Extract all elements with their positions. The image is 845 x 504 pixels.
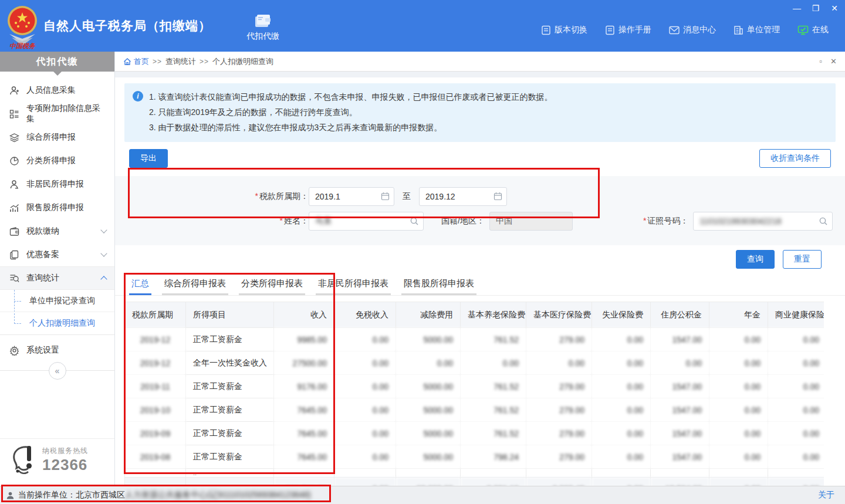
sidebar-subitem-personal-withholding-query[interactable]: 个人扣缴明细查询	[0, 312, 114, 334]
table-cell	[651, 469, 709, 478]
table-row[interactable]: 2019-09正常工资薪金7645.000.005000.00761.52279…	[125, 422, 824, 445]
table-row[interactable]: 2019-12正常工资薪金9985.000.005000.00761.52279…	[125, 328, 824, 351]
collapse-query-button[interactable]: 收折查询条件	[759, 149, 831, 168]
sidebar-item-query-statistics[interactable]: 查询统计	[0, 266, 114, 290]
table-cell: 0.00	[709, 478, 768, 486]
pie-chart-icon	[9, 156, 19, 166]
export-button[interactable]: 导出	[129, 149, 168, 168]
panel-close-icon[interactable]: ✕	[830, 57, 837, 66]
sidebar-item-label: 系统设置	[26, 345, 59, 356]
tab-nonresident-income[interactable]: 非居民所得申报表	[316, 275, 391, 295]
table-scroll-area: 税款所属期所得项目收入免税收入减除费用基本养老保险费基本医疗保险费失业保险费住房…	[124, 302, 824, 486]
search-icon[interactable]	[819, 217, 828, 226]
panel-maximize-icon[interactable]: ▫	[819, 57, 822, 66]
sidebar-item-tax-payment[interactable]: 税款缴纳	[0, 219, 114, 243]
table-row[interactable]: 2019-11正常工资薪金9176.000.005000.00761.52279…	[125, 375, 824, 398]
column-header: 收入	[274, 302, 334, 328]
table-total-row[interactable]: ----161,741.000.0060,000.008,991.162,960…	[125, 478, 824, 486]
sidebar-item-label: 优惠备案	[26, 249, 59, 260]
table-cell: 0.00	[768, 445, 824, 469]
about-link[interactable]: 关于	[818, 490, 834, 500]
column-header: 失业保险费	[592, 302, 651, 328]
name-input[interactable]: 马某	[309, 212, 424, 231]
sidebar-item-preferential-filing[interactable]: 优惠备案	[0, 243, 114, 266]
minimize-button[interactable]: —	[792, 4, 802, 13]
window-controls: — ❐ ✕	[792, 4, 839, 13]
sidebar-item-label: 非居民所得申报	[26, 179, 84, 190]
withholding-detail-table: 税款所属期所得项目收入免税收入减除费用基本养老保险费基本医疗保险费失业保险费住房…	[124, 302, 824, 486]
tab-summary[interactable]: 汇总	[129, 275, 151, 295]
reset-button[interactable]: 重置	[783, 250, 822, 269]
tab-restricted-stock[interactable]: 限售股所得申报表	[401, 275, 476, 295]
id-number-value: 110102199303042218	[699, 217, 781, 226]
table-cell: 1547.00	[651, 445, 709, 469]
sidebar-item-comprehensive-income[interactable]: 综合所得申报	[0, 126, 114, 149]
sidebar-header: 代扣代缴	[0, 52, 114, 72]
sidebar-item-system-settings[interactable]: 系统设置	[0, 339, 114, 362]
table-cell: 0.00	[709, 398, 768, 422]
table-cell: 7645.00	[274, 422, 334, 445]
breadcrumb-item-current-page: 个人扣缴明细查询	[212, 56, 273, 67]
breadcrumb-item-query-statistics[interactable]: 查询统计	[165, 56, 196, 67]
sidebar-collapse-button[interactable]: «	[49, 362, 66, 380]
search-icon[interactable]	[410, 217, 419, 226]
table-cell: 0.00	[709, 375, 768, 398]
page-body: i 1. 该查询统计表仅能查询已申报成功的数据，不包含未申报、申报失败，已申报但…	[115, 77, 845, 486]
table-cell: 761.52	[461, 328, 526, 351]
menu-online-status[interactable]: 在线	[797, 25, 829, 35]
column-header: 商业健康保险	[768, 302, 824, 328]
table-cell: 2019-08	[125, 445, 186, 469]
sidebar-item-personnel-info[interactable]: 人员信息采集	[0, 79, 114, 102]
table-cell: 0.00	[768, 351, 824, 375]
breadcrumb-home[interactable]: 首页	[123, 56, 149, 67]
wallet-icon	[9, 226, 19, 236]
tab-classified-income[interactable]: 分类所得申报表	[239, 275, 305, 295]
sidebar-item-restricted-stock[interactable]: 限售股所得申报	[0, 196, 114, 219]
breadcrumb-separator: >>	[200, 57, 209, 66]
name-value: 马某	[315, 216, 332, 226]
table-cell: 1547.00	[651, 422, 709, 445]
table-row[interactable]: 2019-12全年一次性奖金收入27500.000.000.000.000.00…	[125, 351, 824, 375]
menu-unit-management[interactable]: 单位管理	[734, 25, 780, 35]
period-to-input[interactable]: 2019.12	[419, 187, 507, 206]
column-header: 住房公积金	[651, 302, 709, 328]
table-cell: 0.00	[461, 351, 526, 375]
table-row[interactable]: 2019-10正常工资薪金7645.000.005000.00761.52279…	[125, 398, 824, 422]
id-number-input[interactable]: 110102199303042218	[693, 212, 833, 231]
sidebar-item-label: 综合所得申报	[26, 132, 76, 143]
notice-line: 2. 只能查询2019年及之后的数据，不能进行跨年度查询。	[149, 104, 553, 120]
table-cell: 279.00	[526, 422, 592, 445]
table-cell	[274, 469, 334, 478]
sidebar-item-special-deduction[interactable]: 专项附加扣除信息采集	[0, 102, 114, 126]
tab-daikoudaijiao[interactable]: 代扣代缴	[246, 13, 279, 42]
menu-message-center[interactable]: 消息中心	[669, 25, 716, 35]
table-cell: 18,564.00	[651, 478, 709, 486]
menu-version-switch[interactable]: 版本切换	[541, 25, 587, 35]
table-cell	[125, 469, 186, 478]
table-cell: 2,960.40	[526, 478, 592, 486]
table-cell: 798.24	[461, 445, 526, 469]
sidebar-collapse-row: «	[0, 370, 114, 388]
calendar-icon[interactable]	[494, 192, 502, 201]
table-cell: 761.52	[461, 375, 526, 398]
column-header: 减除费用	[396, 302, 461, 328]
restore-button[interactable]: ❐	[811, 4, 820, 13]
table-cell: 279.00	[526, 445, 592, 469]
tab-comprehensive-income[interactable]: 综合所得申报表	[162, 275, 228, 295]
calendar-icon[interactable]	[381, 192, 390, 201]
table-row[interactable]: ..	[125, 469, 824, 478]
table-cell: 正常工资薪金	[186, 328, 274, 351]
sidebar-subitem-label: 个人扣缴明细查询	[29, 318, 95, 329]
gear-icon	[9, 346, 19, 356]
table-cell: 0.00	[709, 328, 768, 351]
search-button[interactable]: 查询	[736, 250, 775, 269]
sidebar-item-nonresident-income[interactable]: 非居民所得申报	[0, 172, 114, 196]
sidebar-subitem-unit-declaration-query[interactable]: 单位申报记录查询	[0, 290, 114, 312]
table-cell: 0.00	[592, 445, 651, 469]
table-row[interactable]: 2019-08正常工资薪金7645.000.005000.00798.24279…	[125, 445, 824, 469]
table-cell: 7645.00	[274, 398, 334, 422]
close-button[interactable]: ✕	[830, 4, 839, 13]
sidebar-item-classified-income[interactable]: 分类所得申报	[0, 149, 114, 172]
period-from-input[interactable]: 2019.1	[309, 187, 394, 206]
menu-manual[interactable]: 操作手册	[605, 25, 651, 35]
